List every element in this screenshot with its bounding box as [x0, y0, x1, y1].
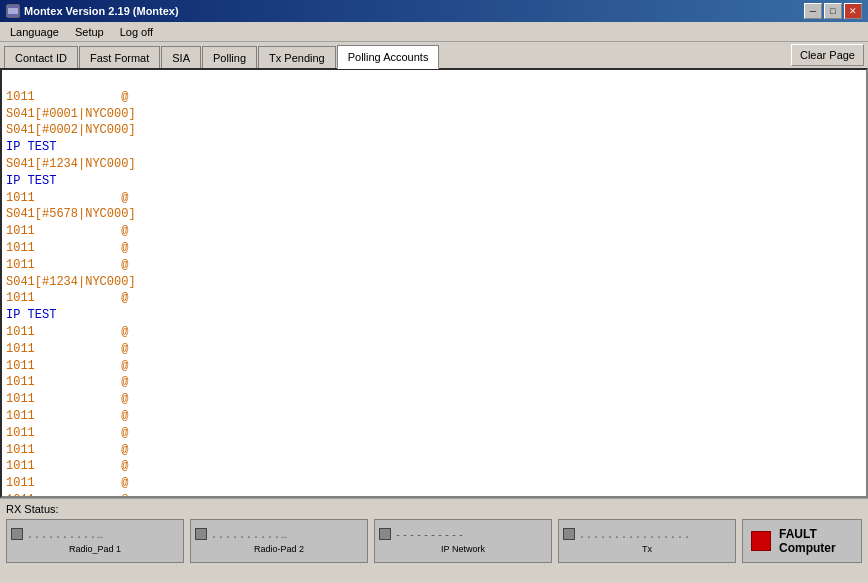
radio-pad-1-dots: ..........…: [27, 530, 104, 541]
status-indicators-container: ..........… Radio_Pad 1 ..........… Radi…: [6, 519, 862, 563]
fault-label: FAULT: [779, 527, 836, 541]
minimize-button[interactable]: ─: [804, 3, 822, 19]
radio-pad-1-label: Radio_Pad 1: [69, 544, 121, 554]
app-icon: [6, 4, 20, 18]
tab-polling[interactable]: Polling: [202, 46, 257, 68]
radio-pad-1-square: [11, 528, 23, 540]
radio-pad-1-indicator: ..........… Radio_Pad 1: [6, 519, 184, 563]
menu-logoff[interactable]: Log off: [112, 24, 161, 40]
radio-pad-2-dots: ..........…: [211, 530, 288, 541]
close-button[interactable]: ✕: [844, 3, 862, 19]
fault-sublabel: Computer: [779, 541, 836, 555]
maximize-button[interactable]: □: [824, 3, 842, 19]
fault-red-icon: [751, 531, 771, 551]
svg-rect-1: [8, 8, 18, 14]
radio-pad-2-label: Radio-Pad 2: [254, 544, 304, 554]
menu-bar: Language Setup Log off: [0, 22, 868, 42]
tab-bar: Contact ID Fast Format SIA Polling Tx Pe…: [0, 42, 868, 68]
menu-setup[interactable]: Setup: [67, 24, 112, 40]
fault-indicator: FAULT Computer: [742, 519, 862, 563]
menu-language[interactable]: Language: [2, 24, 67, 40]
log-content: 1011 @ S041[#0001|NYC000] S041[#0002|NYC…: [6, 72, 862, 498]
title-bar: Montex Version 2.19 (Montex) ─ □ ✕: [0, 0, 868, 22]
window-controls: ─ □ ✕: [804, 3, 862, 19]
log-display-area: 1011 @ S041[#0001|NYC000] S041[#0002|NYC…: [0, 68, 868, 498]
window-title: Montex Version 2.19 (Montex): [24, 5, 179, 17]
ip-network-indicator: ---------- IP Network: [374, 519, 552, 563]
tab-fast-format[interactable]: Fast Format: [79, 46, 160, 68]
status-bar: RX Status: ..........… Radio_Pad 1 .....…: [0, 498, 868, 566]
ip-network-square: [379, 528, 391, 540]
tabs-container: Contact ID Fast Format SIA Polling Tx Pe…: [4, 45, 439, 68]
tab-sia[interactable]: SIA: [161, 46, 201, 68]
ip-network-label: IP Network: [441, 544, 485, 554]
tab-tx-pending[interactable]: Tx Pending: [258, 46, 336, 68]
clear-page-button[interactable]: Clear Page: [791, 44, 864, 66]
rx-status-label: RX Status:: [6, 503, 862, 515]
tab-contact-id[interactable]: Contact ID: [4, 46, 78, 68]
ip-network-dots: ----------: [395, 530, 465, 541]
radio-pad-2-square: [195, 528, 207, 540]
tx-square: [563, 528, 575, 540]
tx-label: Tx: [642, 544, 652, 554]
tab-polling-accounts[interactable]: Polling Accounts: [337, 45, 440, 69]
tx-dots: ................: [579, 530, 691, 541]
radio-pad-2-indicator: ..........… Radio-Pad 2: [190, 519, 368, 563]
tx-indicator: ................ Tx: [558, 519, 736, 563]
